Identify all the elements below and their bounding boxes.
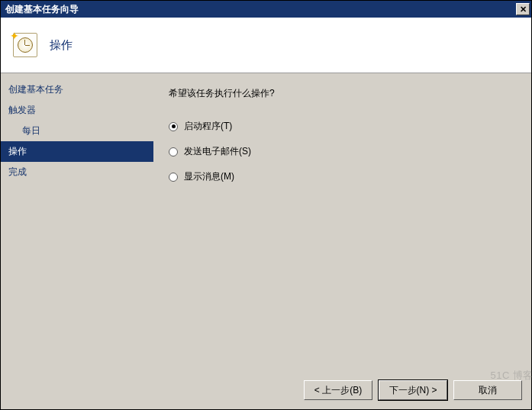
radio-start-program[interactable]: 启动程序(T) — [169, 120, 516, 133]
wizard-body: 创建基本任务 触发器 每日 操作 完成 希望该任务执行什么操作? 启动程序(T) — [1, 73, 531, 371]
radio-icon — [169, 122, 178, 131]
wizard-content: 希望该任务执行什么操作? 启动程序(T) 发送电子邮件(S) 显示消息(M) — [153, 73, 531, 371]
sidebar-item-label: 创建基本任务 — [8, 84, 63, 95]
radio-label: 启动程序(T) — [184, 120, 232, 133]
radio-send-email[interactable]: 发送电子邮件(S) — [169, 145, 516, 158]
sidebar-item-label: 完成 — [8, 166, 27, 177]
page-title: 操作 — [50, 38, 73, 53]
sidebar-item-trigger[interactable]: 触发器 — [1, 100, 153, 121]
close-icon: ✕ — [520, 5, 527, 14]
wizard-footer: < 上一步(B) 下一步(N) > 取消 — [1, 371, 531, 409]
sidebar-item-finish[interactable]: 完成 — [1, 162, 153, 182]
cancel-button[interactable]: 取消 — [453, 380, 522, 400]
radio-label: 发送电子邮件(S) — [184, 145, 251, 158]
radio-label: 显示消息(M) — [184, 170, 234, 183]
wizard-steps-sidebar: 创建基本任务 触发器 每日 操作 完成 — [1, 73, 153, 371]
next-button[interactable]: 下一步(N) > — [379, 380, 447, 400]
radio-icon — [169, 173, 178, 182]
close-button[interactable]: ✕ — [516, 3, 530, 15]
titlebar: 创建基本任务向导 ✕ — [1, 1, 531, 18]
wizard-window: 创建基本任务向导 ✕ ✦ 操作 创建基本任务 触发器 每日 操作 — [0, 0, 532, 410]
back-button[interactable]: < 上一步(B) — [304, 380, 372, 400]
sidebar-item-label: 每日 — [22, 125, 40, 136]
sidebar-item-label: 操作 — [8, 146, 27, 157]
window-title: 创建基本任务向导 — [5, 3, 79, 16]
sidebar-item-action[interactable]: 操作 — [1, 141, 153, 162]
action-question: 希望该任务执行什么操作? — [169, 87, 516, 100]
scheduler-icon: ✦ — [11, 31, 39, 59]
sidebar-item-daily[interactable]: 每日 — [1, 121, 153, 141]
radio-icon — [169, 147, 178, 157]
sidebar-item-create-basic-task[interactable]: 创建基本任务 — [1, 79, 153, 100]
wizard-header: ✦ 操作 — [1, 18, 531, 73]
radio-display-message[interactable]: 显示消息(M) — [169, 170, 516, 183]
sidebar-item-label: 触发器 — [8, 105, 36, 115]
